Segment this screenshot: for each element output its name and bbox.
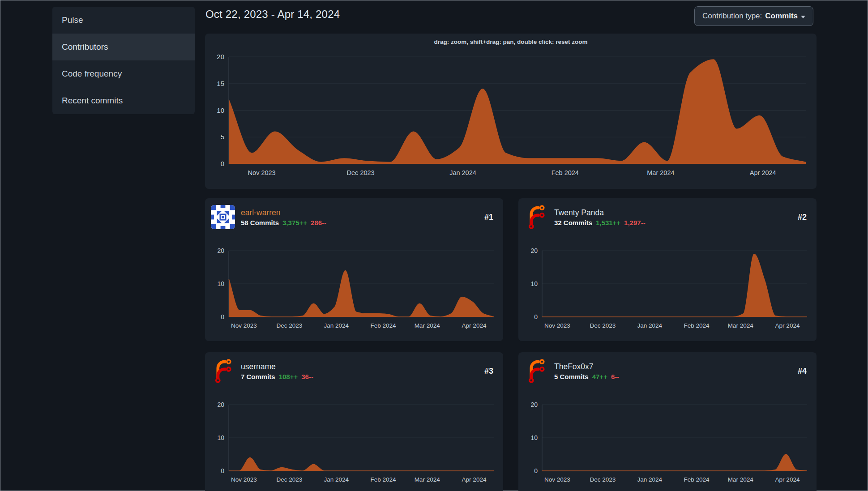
svg-text:Mar 2024: Mar 2024 [415,476,440,483]
contributor-activity-chart[interactable]: 01020Nov 2023Dec 2023Jan 2024Feb 2024Mar… [518,235,817,336]
svg-text:0: 0 [534,467,538,474]
commit-count: 5 Commits [554,373,589,380]
svg-text:10: 10 [530,280,538,287]
contributor-rank: #2 [798,213,807,222]
svg-text:20: 20 [530,401,538,408]
svg-text:Jan 2024: Jan 2024 [449,169,476,176]
svg-text:Mar 2024: Mar 2024 [728,322,754,329]
contributor-activity-chart[interactable]: 01020Nov 2023Dec 2023Jan 2024Feb 2024Mar… [205,389,503,490]
svg-text:0: 0 [534,313,538,320]
contributor-avatar [211,359,235,383]
svg-text:20: 20 [217,247,224,254]
svg-text:Dec 2023: Dec 2023 [347,169,375,176]
svg-text:Feb 2024: Feb 2024 [552,169,579,176]
svg-text:Apr 2024: Apr 2024 [775,322,800,329]
sidebar-item-pulse[interactable]: Pulse [52,7,195,34]
svg-text:Dec 2023: Dec 2023 [590,322,616,329]
svg-text:10: 10 [530,434,538,441]
svg-text:5: 5 [221,133,224,141]
svg-text:Mar 2024: Mar 2024 [647,169,674,176]
svg-text:Nov 2023: Nov 2023 [544,322,570,329]
contributor-card: username 7 Commits 108++ 36-- #3 01020No… [205,352,503,491]
svg-text:Nov 2023: Nov 2023 [248,169,276,176]
contributor-rank: #1 [484,213,493,222]
svg-text:Feb 2024: Feb 2024 [371,322,397,329]
contribution-type-label: Contribution type: [702,12,762,21]
cards-row-2: username 7 Commits 108++ 36-- #3 01020No… [205,352,817,491]
svg-text:Feb 2024: Feb 2024 [371,476,397,483]
contributor-card: TheFox0x7 5 Commits 47++ 6-- #4 01020Nov… [518,352,817,491]
contributor-avatar [524,205,548,229]
svg-text:Feb 2024: Feb 2024 [684,476,710,483]
svg-text:Dec 2023: Dec 2023 [276,322,302,329]
contributor-card-header: username 7 Commits 108++ 36-- #3 [205,352,503,383]
contributor-name[interactable]: TheFox0x7 [554,362,792,371]
svg-text:Feb 2024: Feb 2024 [684,322,710,329]
contributor-name[interactable]: username [241,362,479,371]
contributor-stats: 7 Commits 108++ 36-- [241,373,479,380]
svg-text:Mar 2024: Mar 2024 [728,476,754,483]
svg-text:Mar 2024: Mar 2024 [415,322,440,329]
svg-text:10: 10 [217,434,224,441]
contributor-avatar [524,359,548,383]
main-activity-chart[interactable]: 05101520Nov 2023Dec 2023Jan 2024Feb 2024… [205,34,817,189]
main-content: Oct 22, 2023 - Apr 14, 2024 Contribution… [205,0,817,491]
commit-count: 58 Commits [241,219,279,226]
svg-text:Jan 2024: Jan 2024 [637,476,662,483]
contributor-card: earl-warren 58 Commits 3,375++ 286-- #1 … [205,198,503,341]
contributor-meta: username 7 Commits 108++ 36-- [241,362,479,380]
svg-text:20: 20 [530,247,538,254]
svg-text:Jan 2024: Jan 2024 [324,322,349,329]
commit-count: 32 Commits [554,219,592,226]
sidebar-item-contributors[interactable]: Contributors [52,34,195,60]
contributor-avatar [211,205,235,229]
svg-text:Nov 2023: Nov 2023 [544,476,570,483]
activity-sidebar: Pulse Contributors Code frequency Recent… [52,7,195,114]
contribution-type-value: Commits [765,12,798,21]
additions-count: 1,531++ [596,219,620,226]
contributor-name[interactable]: Twenty Panda [554,208,792,218]
contributor-activity-chart[interactable]: 01020Nov 2023Dec 2023Jan 2024Feb 2024Mar… [205,235,503,336]
chevron-down-icon [801,16,805,18]
svg-text:0: 0 [221,467,224,474]
contributor-rank: #4 [798,367,807,376]
repo-activity-panel: drag: zoom, shift+drag: pan, double clic… [205,34,817,189]
svg-text:Apr 2024: Apr 2024 [462,476,487,483]
svg-text:20: 20 [217,53,224,60]
contributor-rank: #3 [484,367,493,376]
svg-text:0: 0 [221,313,224,320]
commit-count: 7 Commits [241,373,275,380]
additions-count: 108++ [279,373,298,380]
contributor-name[interactable]: earl-warren [241,208,479,218]
contributor-cards: earl-warren 58 Commits 3,375++ 286-- #1 … [205,198,817,491]
contributor-stats: 58 Commits 3,375++ 286-- [241,219,479,226]
contributor-stats: 5 Commits 47++ 6-- [554,373,792,380]
contributor-meta: TheFox0x7 5 Commits 47++ 6-- [554,362,792,380]
contributor-card-header: Twenty Panda 32 Commits 1,531++ 1,297-- … [518,198,817,229]
additions-count: 3,375++ [282,219,307,226]
contribution-type-dropdown[interactable]: Contribution type: Commits [694,6,813,26]
deletions-count: 6-- [611,373,619,380]
contributor-meta: earl-warren 58 Commits 3,375++ 286-- [241,208,479,226]
svg-text:Dec 2023: Dec 2023 [590,476,616,483]
contributor-activity-chart[interactable]: 01020Nov 2023Dec 2023Jan 2024Feb 2024Mar… [518,389,817,490]
date-range-title: Oct 22, 2023 - Apr 14, 2024 [205,8,340,21]
svg-text:Apr 2024: Apr 2024 [462,322,487,329]
contributor-card: Twenty Panda 32 Commits 1,531++ 1,297-- … [518,198,817,341]
contributor-card-header: earl-warren 58 Commits 3,375++ 286-- #1 [205,198,503,229]
svg-text:10: 10 [217,280,224,287]
svg-text:Apr 2024: Apr 2024 [750,169,776,176]
contributors-activity-page: Pulse Contributors Code frequency Recent… [0,0,868,491]
svg-text:0: 0 [221,160,224,167]
contributor-card-header: TheFox0x7 5 Commits 47++ 6-- #4 [518,352,817,383]
deletions-count: 1,297-- [624,219,646,226]
deletions-count: 36-- [301,373,313,380]
contributor-meta: Twenty Panda 32 Commits 1,531++ 1,297-- [554,208,792,226]
deletions-count: 286-- [311,219,326,226]
sidebar-item-recent-commits[interactable]: Recent commits [52,87,195,114]
contributor-stats: 32 Commits 1,531++ 1,297-- [554,219,792,226]
svg-text:Dec 2023: Dec 2023 [276,476,302,483]
sidebar-item-code-frequency[interactable]: Code frequency [52,60,195,87]
svg-text:Jan 2024: Jan 2024 [324,476,349,483]
svg-text:Nov 2023: Nov 2023 [231,322,257,329]
